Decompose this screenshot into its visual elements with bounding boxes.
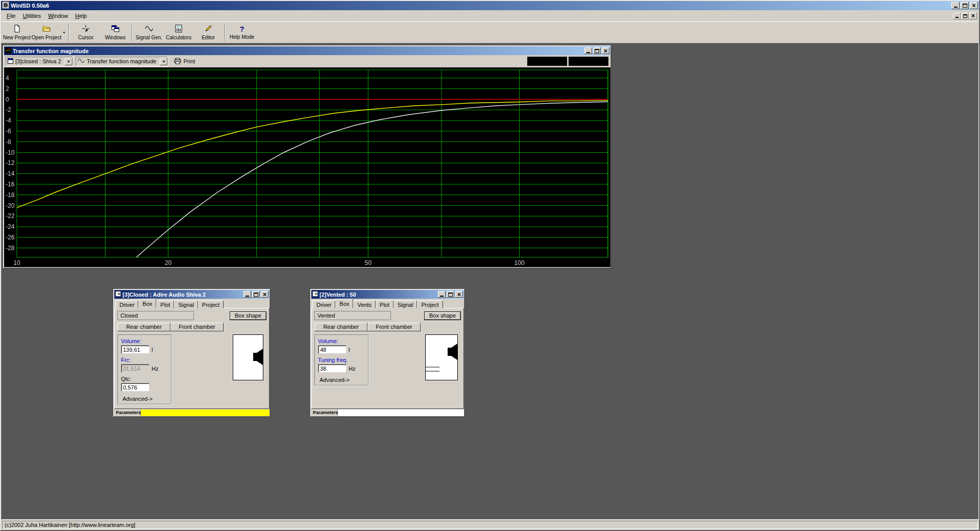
mdi-close-button[interactable]: × xyxy=(969,13,977,19)
tab-driver[interactable]: Driver xyxy=(312,300,335,308)
box-shape-button[interactable]: Box shape xyxy=(230,311,266,320)
svg-text:-24: -24 xyxy=(6,223,15,230)
plot-window-titlebar[interactable]: Transfer function magnitude × xyxy=(4,46,610,55)
mdi-restore-button[interactable] xyxy=(961,13,969,19)
volume-input[interactable] xyxy=(121,345,150,354)
status-text: (c)2002 Juha Hartikainen [http://www.lin… xyxy=(5,522,135,528)
open-project-button[interactable]: Open Project xyxy=(32,23,61,42)
menu-window[interactable]: Window xyxy=(44,11,71,20)
help-mode-button[interactable]: ? Help Mode xyxy=(227,23,257,42)
rear-chamber-tab[interactable]: Rear chamber xyxy=(314,323,368,331)
restore-icon xyxy=(963,14,967,18)
calculators-button[interactable]: Calculators xyxy=(164,23,193,42)
rear-chamber-tab[interactable]: Rear chamber xyxy=(117,323,170,331)
windows-button[interactable]: Windows xyxy=(101,23,130,42)
menu-bar: File Utilities Window Help × xyxy=(1,10,979,21)
box-parameters-group: Volume: l Frc: Hz xyxy=(117,334,172,404)
svg-text:10: 10 xyxy=(13,259,20,267)
box-shape-button[interactable]: Box shape xyxy=(424,311,461,320)
tab-signal[interactable]: Signal xyxy=(174,300,198,308)
cursor-button[interactable]: Cursor xyxy=(71,23,101,42)
plot-close-button[interactable]: × xyxy=(602,47,609,54)
calculator-icon xyxy=(175,25,183,34)
front-chamber-tab[interactable]: Front chamber xyxy=(368,323,421,331)
vented-window-titlebar[interactable]: [2]Vented : 50 × xyxy=(311,290,464,299)
tuning-freq-label[interactable]: Tuning freq. xyxy=(318,357,365,363)
vented-maximize-button[interactable] xyxy=(447,291,454,298)
advanced-button[interactable]: Advanced-> xyxy=(121,396,168,402)
print-button[interactable]: Print xyxy=(170,56,199,66)
plot-window-icon xyxy=(5,47,11,55)
menu-help[interactable]: Help xyxy=(71,11,90,20)
plot-maximize-button[interactable] xyxy=(593,47,601,54)
maximize-icon xyxy=(254,293,258,297)
close-icon: × xyxy=(263,292,266,297)
volume-label[interactable]: Volume: xyxy=(121,338,168,344)
front-chamber-tab[interactable]: Front chamber xyxy=(170,323,224,331)
signal-generator-icon xyxy=(145,25,153,34)
closed-close-button[interactable]: × xyxy=(261,291,268,298)
svg-text:100: 100 xyxy=(514,259,525,267)
box-parameters-group: Volume: l Tuning freq. Hz xyxy=(314,334,369,385)
signal-generator-button[interactable]: Signal Gen. xyxy=(134,23,164,42)
qtc-label: Qtc: xyxy=(121,376,168,382)
svg-text:-2: -2 xyxy=(6,106,11,113)
menu-utilities[interactable]: Utilities xyxy=(19,11,44,20)
svg-text:0: 0 xyxy=(6,96,9,103)
plot-type-selector[interactable]: Transfer function magnitude ▼ xyxy=(76,57,168,66)
frc-unit: Hz xyxy=(152,366,158,372)
parameters-tab[interactable]: Parameters xyxy=(114,409,141,416)
volume-label[interactable]: Volume: xyxy=(318,338,365,344)
svg-text:-26: -26 xyxy=(6,234,15,241)
qtc-input[interactable] xyxy=(121,383,150,392)
svg-text:20: 20 xyxy=(165,259,172,267)
project-selector[interactable]: [3]closed : Shiva 2 ▼ xyxy=(6,57,73,66)
menu-file[interactable]: File xyxy=(3,11,19,20)
open-project-dropdown-arrow[interactable]: ▼ xyxy=(61,23,67,42)
closed-window-titlebar[interactable]: [3]Closed : Adire Audio Shiva 2 × xyxy=(114,290,270,299)
frc-label[interactable]: Frc: xyxy=(121,357,168,363)
svg-text:-28: -28 xyxy=(6,245,15,252)
minimize-icon xyxy=(586,52,590,53)
tab-box[interactable]: Box xyxy=(335,299,353,308)
minimize-button[interactable] xyxy=(951,2,960,9)
tab-project[interactable]: Project xyxy=(198,300,224,308)
svg-text:-20: -20 xyxy=(6,202,15,209)
closed-minimize-button[interactable] xyxy=(243,291,251,298)
tab-driver[interactable]: Driver xyxy=(115,300,138,308)
vented-window-title: [2]Vented : 50 xyxy=(320,292,436,298)
svg-text:-10: -10 xyxy=(6,149,15,156)
advanced-button[interactable]: Advanced-> xyxy=(318,377,365,383)
frc-input xyxy=(121,364,150,373)
box-type-select[interactable]: Closed xyxy=(117,311,194,320)
mdi-minimize-button[interactable] xyxy=(953,13,961,19)
tab-vents[interactable]: Vents xyxy=(353,300,376,308)
plot-toolbar: [3]closed : Shiva 2 ▼ Transfer function … xyxy=(4,55,610,67)
box-type-select[interactable]: Vented xyxy=(314,311,391,320)
project-selector-value: [3]closed : Shiva 2 xyxy=(15,58,63,64)
svg-text:50: 50 xyxy=(365,259,372,267)
close-button[interactable]: × xyxy=(970,2,978,9)
editor-button[interactable]: Editor xyxy=(193,23,223,42)
vented-minimize-button[interactable] xyxy=(438,291,446,298)
volume-input[interactable] xyxy=(318,345,347,354)
project-icon xyxy=(8,58,13,65)
tab-plot[interactable]: Plot xyxy=(156,300,174,308)
parameters-tab[interactable]: Parameters xyxy=(311,409,338,416)
tab-signal[interactable]: Signal xyxy=(394,300,418,308)
tab-plot[interactable]: Plot xyxy=(376,300,394,308)
transfer-function-chart[interactable]: 420-2-4-6-8-10-12-14-16-18-20-22-24-26-2… xyxy=(4,67,610,267)
new-project-button[interactable]: New Project xyxy=(2,23,32,42)
main-titlebar[interactable]: WinISD 0.50a6 × xyxy=(1,1,979,10)
tuning-freq-input[interactable] xyxy=(318,364,347,373)
plot-minimize-button[interactable] xyxy=(584,47,592,54)
tab-project[interactable]: Project xyxy=(417,300,443,308)
maximize-button[interactable] xyxy=(961,2,969,9)
close-icon: × xyxy=(604,49,607,54)
closed-maximize-button[interactable] xyxy=(252,291,260,298)
tab-box[interactable]: Box xyxy=(138,299,156,308)
vented-close-button[interactable]: × xyxy=(455,291,463,298)
print-label: Print xyxy=(183,58,195,64)
minimize-icon xyxy=(440,296,444,297)
svg-text:4: 4 xyxy=(6,75,9,82)
